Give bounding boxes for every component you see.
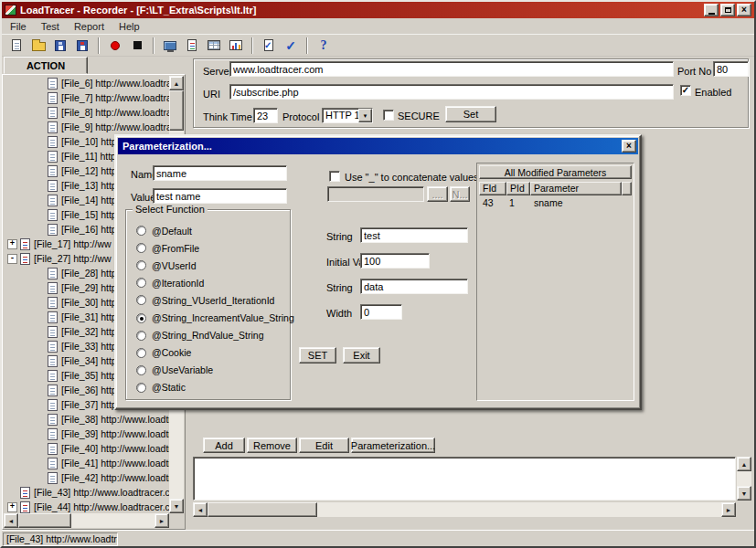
file-icon — [48, 458, 58, 469]
secure-checkbox[interactable] — [383, 110, 394, 121]
toolbar-separator — [98, 37, 100, 54]
function-radio[interactable]: @FromFile — [127, 239, 289, 257]
initial-value-input[interactable] — [360, 253, 430, 269]
tree-item[interactable]: [File_41] http://www.loadtrace — [4, 456, 169, 470]
scrollbar-thumb[interactable] — [169, 90, 184, 131]
scroll-left-button[interactable]: ◄ — [193, 502, 208, 517]
grid-button[interactable] — [204, 37, 224, 55]
tree-item[interactable]: [File_42] http://www.loadtrace — [4, 470, 169, 485]
add-button[interactable]: Add — [203, 437, 245, 453]
restore-button[interactable] — [720, 4, 735, 16]
enabled-label: Enabled — [695, 87, 731, 98]
tree-item[interactable]: [File_39] http://www.loadtrace — [4, 427, 169, 441]
tree-item-label: [File_42] http://www.loadtrace — [61, 472, 169, 483]
tree-item[interactable]: [File_9] http://www.loadtracer — [4, 120, 169, 134]
tree-item[interactable]: + [File_44] http://www.loadtracer.cc — [4, 500, 169, 513]
scroll-down-button[interactable]: ▼ — [737, 486, 751, 501]
set-button[interactable]: Set — [445, 106, 496, 122]
tab-action[interactable]: ACTION — [4, 57, 88, 74]
function-radio[interactable]: @Static — [127, 379, 289, 396]
tree-item-label: [File_34] http: — [61, 355, 120, 366]
chart-button[interactable] — [226, 37, 246, 55]
param-row[interactable]: 43 1 sname — [479, 197, 632, 208]
scroll-left-button[interactable]: ◄ — [4, 513, 18, 528]
tree-item[interactable]: [File_40] http://www.loadtrace — [4, 441, 169, 456]
set-param-button[interactable]: SET — [299, 347, 336, 364]
file-input — [327, 186, 424, 202]
scroll-up-button[interactable]: ▲ — [737, 457, 751, 471]
function-radio[interactable]: @Cookie — [127, 344, 289, 362]
check-button[interactable]: ✓ — [281, 37, 301, 55]
scrollbar-thumb[interactable] — [208, 502, 317, 517]
record-button[interactable] — [105, 37, 125, 55]
remove-button[interactable]: Remove — [247, 437, 297, 453]
new-button[interactable] — [6, 37, 27, 55]
tree-item[interactable]: [File_8] http://www.loadtracer — [4, 105, 169, 120]
menu-test[interactable]: Test — [34, 19, 67, 34]
edit-button[interactable]: Edit — [299, 437, 349, 453]
scroll-right-button[interactable]: ► — [154, 513, 169, 528]
think-time-input[interactable] — [253, 108, 278, 123]
save-report-button[interactable] — [72, 37, 92, 55]
dropdown-button[interactable]: ▼ — [358, 109, 372, 122]
function-radio[interactable]: @String_VUserId_IterationId — [127, 291, 289, 309]
param-column-header[interactable]: PId — [506, 182, 530, 195]
function-radio[interactable]: @IterationId — [127, 274, 289, 291]
param-name: sname — [530, 197, 563, 208]
scrollbar-thumb[interactable] — [18, 513, 71, 528]
report-button[interactable] — [182, 37, 202, 55]
tree-expander-icon[interactable]: - — [7, 254, 17, 264]
name-input[interactable] — [153, 165, 287, 181]
menu-report[interactable]: Report — [67, 19, 112, 34]
string1-input[interactable] — [360, 227, 468, 243]
function-radio[interactable]: @UseVariable — [127, 362, 289, 379]
tree-item[interactable]: [File_43] http://www.loadtracer.cc — [4, 485, 169, 500]
string2-input[interactable] — [360, 279, 468, 294]
concat-checkbox[interactable] — [329, 171, 340, 182]
file-icon — [48, 92, 58, 104]
width-input[interactable] — [360, 304, 402, 320]
server-label: Server — [203, 66, 232, 77]
help-button[interactable]: ? — [314, 37, 334, 55]
param-column-header[interactable]: Parameter — [530, 182, 622, 195]
exit-button[interactable]: Exit — [343, 347, 380, 364]
next-button: N... — [450, 186, 470, 202]
menu-file[interactable]: File — [3, 19, 34, 34]
uri-input[interactable] — [229, 84, 674, 100]
dialog-close-button[interactable]: × — [622, 140, 636, 153]
tree-item[interactable]: [File_7] http://www.loadtracer — [4, 90, 169, 105]
param-column-header[interactable]: FId — [479, 182, 506, 195]
log-vertical-scrollbar[interactable]: ▲ ▼ — [737, 457, 751, 501]
server-input[interactable] — [229, 61, 674, 77]
scroll-right-button[interactable]: ► — [721, 502, 736, 517]
function-radio[interactable]: @String_RndValue_String — [127, 327, 289, 344]
save-button[interactable] — [50, 37, 70, 55]
close-button[interactable]: × — [737, 4, 751, 16]
function-radio[interactable]: @String_IncreamentValue_String — [127, 309, 289, 326]
scroll-down-button[interactable]: ▼ — [169, 499, 184, 513]
menu-item-label: File — [10, 21, 27, 32]
log-textarea[interactable] — [193, 457, 736, 501]
menu-help[interactable]: Help — [112, 19, 147, 34]
enabled-checkbox[interactable]: ✓ — [680, 85, 691, 96]
stop-button[interactable] — [127, 37, 147, 55]
log-horizontal-scrollbar[interactable]: ◄ ► — [193, 502, 736, 517]
tree-expander-icon[interactable]: + — [7, 502, 17, 512]
monitor-icon — [164, 41, 176, 50]
record-icon — [111, 41, 120, 50]
tree-item[interactable]: [File_6] http://www.loadtracer — [4, 76, 169, 90]
value-input[interactable] — [153, 188, 287, 204]
port-input[interactable] — [713, 61, 749, 77]
tree-expander-icon[interactable]: + — [7, 239, 17, 249]
monitor-button[interactable] — [160, 37, 180, 55]
protocol-select[interactable]: HTTP 1.1 ▼ — [322, 108, 373, 123]
validate-button[interactable]: ✓ — [259, 37, 279, 55]
tree-item[interactable]: [File_38] http://www.loadtrace — [4, 412, 169, 427]
function-radio[interactable]: @VUserId — [127, 257, 289, 274]
parameterization-button[interactable]: Parameterization... — [351, 437, 435, 453]
minimize-button[interactable] — [704, 4, 719, 16]
function-radio[interactable]: @Default — [127, 222, 289, 239]
scroll-up-button[interactable]: ▲ — [169, 76, 184, 90]
tree-horizontal-scrollbar[interactable]: ◄ ► — [4, 513, 169, 528]
open-button[interactable] — [28, 37, 48, 55]
